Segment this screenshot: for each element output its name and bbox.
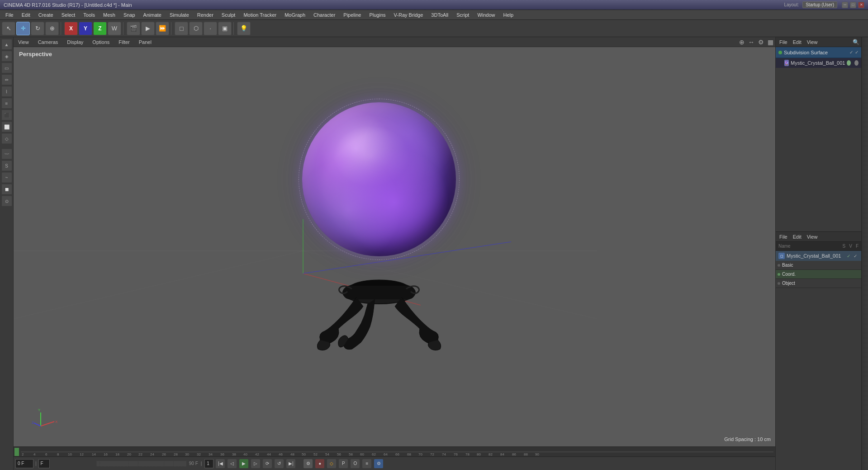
render-all[interactable]: ⏩ bbox=[156, 22, 169, 35]
select-tool-btn[interactable]: ▲ bbox=[1, 39, 12, 50]
world-axis-btn[interactable]: W bbox=[108, 22, 121, 35]
live-select-btn[interactable]: ◈ bbox=[1, 51, 12, 62]
magnet-btn[interactable]: ⊙ bbox=[1, 196, 12, 206]
y-axis-btn[interactable]: Y bbox=[79, 22, 92, 35]
cursor-tool[interactable]: ↖ bbox=[2, 22, 15, 35]
rect-select-btn[interactable]: ▭ bbox=[1, 62, 12, 73]
light-btn[interactable]: 💡 bbox=[237, 22, 251, 35]
keyframe-btn[interactable]: ◇ bbox=[327, 459, 337, 469]
menu-window[interactable]: Window bbox=[474, 11, 498, 19]
smooth-btn[interactable]: ~ bbox=[1, 172, 12, 183]
attr-row-coord[interactable]: Coord. bbox=[776, 270, 861, 279]
bridge-btn[interactable]: ≡ bbox=[1, 98, 12, 109]
inset-btn[interactable]: ⬜ bbox=[1, 121, 12, 132]
goto-start-btn[interactable]: |◀ bbox=[215, 459, 225, 469]
rotate-tool[interactable]: ↻ bbox=[31, 22, 44, 35]
render-active[interactable]: ▶ bbox=[141, 22, 155, 35]
edge-mode[interactable]: ⬡ bbox=[189, 22, 203, 35]
loop-btn[interactable]: ↺ bbox=[274, 459, 284, 469]
step-forward-btn[interactable]: ▷ bbox=[251, 459, 261, 469]
point-mode[interactable]: · bbox=[204, 22, 217, 35]
z-axis-btn[interactable]: Z bbox=[93, 22, 107, 35]
attr-row-object[interactable]: Object bbox=[776, 279, 861, 288]
menu-script[interactable]: Script bbox=[453, 11, 473, 19]
frame-f-input[interactable] bbox=[38, 459, 50, 468]
obj-menu-edit[interactable]: Edit bbox=[791, 38, 803, 46]
poly-mode[interactable]: ▣ bbox=[218, 22, 232, 35]
close-button[interactable]: ✕ bbox=[858, 2, 864, 8]
object-mode[interactable]: ◻ bbox=[175, 22, 188, 35]
scale-tool[interactable]: ⊕ bbox=[45, 22, 59, 35]
onion-btn[interactable]: O bbox=[350, 459, 360, 469]
iron-btn[interactable]: 🔲 bbox=[1, 184, 12, 195]
motion-btn[interactable]: P bbox=[338, 459, 348, 469]
knife-btn[interactable]: ⌇ bbox=[1, 86, 12, 97]
record-btn[interactable]: ● bbox=[315, 459, 325, 469]
menu-pipeline[interactable]: Pipeline bbox=[340, 11, 365, 19]
menu-mesh[interactable]: Mesh bbox=[100, 11, 119, 19]
spline-btn[interactable]: 〰 bbox=[1, 149, 12, 159]
timeline-btn[interactable]: ≡ bbox=[362, 459, 372, 469]
vp-menu-cameras[interactable]: Cameras bbox=[35, 38, 61, 46]
menu-plugins[interactable]: Plugins bbox=[365, 11, 389, 19]
object-visibility-dot-1[interactable] bbox=[847, 60, 851, 66]
settings-pb-btn[interactable]: ⚙ bbox=[374, 459, 384, 469]
object-row-crystal[interactable]: 🔮 Mystic_Crystal_Ball_001 bbox=[776, 58, 861, 68]
maximize-button[interactable]: □ bbox=[850, 2, 856, 8]
vp-icon-4[interactable]: ▦ bbox=[768, 38, 773, 46]
layout-value[interactable]: Startup (User) bbox=[802, 1, 837, 8]
goto-end-btn[interactable]: ▶| bbox=[286, 459, 296, 469]
menu-simulate[interactable]: Simulate bbox=[166, 11, 193, 19]
menu-tools[interactable]: Tools bbox=[80, 11, 99, 19]
obj-menu-view[interactable]: View bbox=[805, 38, 820, 46]
obj-menu-file[interactable]: File bbox=[778, 38, 789, 46]
spline-pen-btn[interactable]: S bbox=[1, 160, 12, 171]
minimize-button[interactable]: ─ bbox=[842, 2, 848, 8]
obj-vis-icon[interactable]: ✓ bbox=[849, 50, 853, 55]
menu-render[interactable]: Render bbox=[194, 11, 217, 19]
menu-select[interactable]: Select bbox=[58, 11, 79, 19]
menu-sculpt[interactable]: Sculpt bbox=[218, 11, 239, 19]
play-reverse-btn[interactable]: ⟳ bbox=[262, 459, 272, 469]
attr-object-row[interactable]: ◻ Mystic_Crystal_Ball_001 ✓ ✓ bbox=[776, 251, 861, 261]
object-visibility-dot-2[interactable] bbox=[854, 60, 859, 66]
menu-snap[interactable]: Snap bbox=[120, 11, 139, 19]
record-mode-btn[interactable]: ⚙ bbox=[303, 459, 313, 469]
polygon-pen-btn[interactable]: ✏ bbox=[1, 74, 12, 85]
vp-menu-view[interactable]: View bbox=[15, 38, 32, 46]
obj-lock-icon[interactable]: ✓ bbox=[855, 50, 859, 55]
step-back-btn[interactable]: ◁ bbox=[227, 459, 237, 469]
menu-character[interactable]: Character bbox=[310, 11, 339, 19]
current-frame-input[interactable] bbox=[15, 459, 33, 468]
menu-help[interactable]: Help bbox=[500, 11, 517, 19]
attr-vis-2[interactable]: ✓ bbox=[854, 254, 857, 259]
menu-motion-tracker[interactable]: Motion Tracker bbox=[240, 11, 280, 19]
extrude-btn[interactable]: ⬛ bbox=[1, 110, 12, 120]
vp-menu-display[interactable]: Display bbox=[64, 38, 86, 46]
vp-menu-options[interactable]: Options bbox=[90, 38, 112, 46]
attr-vis-1[interactable]: ✓ bbox=[847, 254, 850, 259]
vp-icon-3[interactable]: ⚙ bbox=[758, 38, 764, 46]
obj-icon-search[interactable]: 🔍 bbox=[853, 39, 859, 45]
menu-create[interactable]: Create bbox=[35, 11, 57, 19]
vp-menu-panel[interactable]: Panel bbox=[136, 38, 154, 46]
menu-mograph[interactable]: MoGraph bbox=[281, 11, 309, 19]
timeline-numbers[interactable]: 2 4 6 8 10 12 14 16 18 20 22 24 26 28 bbox=[19, 447, 775, 456]
frame-count-input[interactable] bbox=[204, 459, 213, 468]
menu-3dtoall[interactable]: 3DToAll bbox=[427, 11, 452, 19]
attr-menu-edit[interactable]: Edit bbox=[791, 233, 803, 240]
move-tool[interactable]: ✛ bbox=[16, 22, 30, 35]
vp-icon-1[interactable]: ⊕ bbox=[739, 38, 745, 46]
menu-vray[interactable]: V-Ray Bridge bbox=[390, 11, 427, 19]
render-region[interactable]: 🎬 bbox=[127, 22, 140, 35]
attr-menu-view[interactable]: View bbox=[805, 233, 820, 240]
viewport[interactable]: Perspective bbox=[14, 47, 775, 446]
menu-file[interactable]: File bbox=[2, 11, 17, 19]
subdivision-visibility-dot[interactable] bbox=[778, 51, 782, 54]
attr-menu-file[interactable]: File bbox=[778, 233, 789, 240]
vp-icon-2[interactable]: ↔ bbox=[748, 38, 754, 46]
bevel-btn[interactable]: ◇ bbox=[1, 133, 12, 144]
x-axis-btn[interactable]: X bbox=[64, 22, 78, 35]
attr-row-basic[interactable]: Basic bbox=[776, 261, 861, 270]
menu-animate[interactable]: Animate bbox=[140, 11, 165, 19]
